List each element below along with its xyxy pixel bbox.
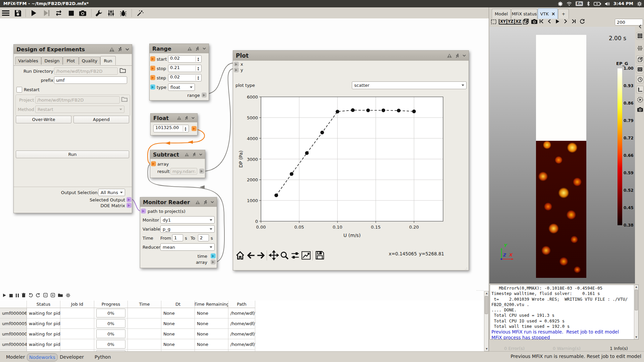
tab-model[interactable]: Model bbox=[492, 9, 511, 19]
tab-design[interactable]: Design bbox=[41, 57, 63, 65]
view-yz-icon[interactable]: YZ bbox=[506, 19, 514, 24]
camera-icon[interactable] bbox=[78, 9, 87, 17]
node-float[interactable]: Float 101325.00▲▼ bbox=[150, 113, 198, 135]
scroll-down-icon[interactable]: ▼ bbox=[634, 335, 638, 339]
job-row[interactable]: umf000006waiting for pid0%NoneNone/home/… bbox=[0, 308, 255, 318]
job-pause-icon[interactable] bbox=[16, 293, 19, 298]
snapshot-camera-icon[interactable] bbox=[531, 19, 537, 24]
node-header[interactable]: Monitor Reader bbox=[140, 197, 217, 207]
float-output-terminal[interactable] bbox=[192, 126, 197, 131]
job-stop-icon[interactable] bbox=[9, 293, 13, 298]
axes-icon[interactable] bbox=[636, 86, 644, 93]
y-input-terminal[interactable] bbox=[234, 67, 239, 72]
column-header[interactable]: Job Id bbox=[60, 301, 94, 308]
keyboard-layout-indicator[interactable]: En bbox=[576, 1, 583, 6]
time-to-field[interactable] bbox=[198, 234, 209, 241]
node-header[interactable]: Range bbox=[150, 44, 209, 53]
workspace-icon[interactable] bbox=[558, 1, 563, 6]
console-scrollbar[interactable]: ▲ ▼ bbox=[634, 285, 638, 339]
stop-icon[interactable] bbox=[67, 9, 75, 17]
start-terminal[interactable] bbox=[150, 56, 155, 61]
variable-dropdown[interactable]: p_g bbox=[160, 225, 215, 233]
grid-table-icon[interactable] bbox=[636, 32, 644, 40]
sliders-icon[interactable] bbox=[107, 9, 115, 17]
collapse-chevron-icon[interactable] bbox=[463, 55, 466, 57]
run-node-icon[interactable] bbox=[195, 46, 200, 51]
magic-wand-icon[interactable] bbox=[136, 9, 144, 17]
collapse-chevron-icon[interactable] bbox=[125, 48, 129, 51]
close-tab-icon[interactable]: × bbox=[551, 11, 555, 16]
type-terminal[interactable] bbox=[150, 84, 155, 89]
scroll-down-icon[interactable]: ▼ bbox=[485, 347, 489, 351]
column-header[interactable]: Status bbox=[27, 301, 60, 308]
jobs-scrollbar[interactable]: ▲ ▼ bbox=[484, 291, 489, 351]
collapse-chevron-icon[interactable] bbox=[211, 201, 214, 203]
run-directory-field[interactable] bbox=[54, 67, 118, 75]
save-icon[interactable] bbox=[13, 9, 22, 17]
job-delete-icon[interactable] bbox=[22, 293, 25, 298]
loop-icon[interactable] bbox=[54, 9, 63, 17]
selected-output-terminal[interactable] bbox=[126, 197, 131, 202]
job-row[interactable]: umf000004waiting for pid0%NoneNone/home/… bbox=[0, 339, 255, 350]
array-input-terminal[interactable] bbox=[151, 161, 156, 166]
scroll-up-icon[interactable]: ▲ bbox=[485, 291, 489, 295]
tab-variables[interactable]: Variables bbox=[15, 57, 41, 65]
node-subtract[interactable]: Subtract array result bbox=[150, 150, 205, 178]
mpl-axes-edit-icon[interactable] bbox=[302, 251, 311, 261]
perspective-icon[interactable] bbox=[523, 19, 529, 25]
time-from-field[interactable] bbox=[172, 234, 183, 241]
spinner[interactable]: ▲▼ bbox=[196, 75, 201, 80]
node-header[interactable]: Design of Experiments bbox=[14, 45, 132, 54]
tab-quality[interactable]: Quality bbox=[79, 57, 100, 65]
next-frame-icon[interactable] bbox=[564, 19, 567, 23]
scrollbar-thumb[interactable] bbox=[485, 296, 488, 314]
stop-terminal[interactable] bbox=[150, 66, 155, 71]
mode-tab-modeler[interactable]: Modeler bbox=[4, 353, 27, 361]
float-value-field[interactable]: 101325.00▲▼ bbox=[153, 125, 189, 132]
column-header[interactable]: Progress bbox=[94, 301, 128, 308]
mpl-pan-icon[interactable] bbox=[269, 251, 278, 261]
mpl-subplots-icon[interactable] bbox=[291, 251, 300, 261]
mpl-back-icon[interactable] bbox=[247, 252, 255, 260]
tab-run[interactable]: Run bbox=[100, 56, 116, 65]
monitor-dropdown[interactable]: dy1 bbox=[160, 216, 215, 224]
refresh-icon[interactable] bbox=[580, 19, 585, 24]
wifi-icon[interactable] bbox=[567, 2, 572, 6]
scrollbar-thumb[interactable] bbox=[635, 290, 638, 310]
last-frame-icon[interactable] bbox=[572, 19, 576, 23]
reducer-dropdown[interactable]: mean bbox=[160, 243, 215, 251]
run-button[interactable]: Run bbox=[16, 150, 129, 158]
collapse-chevron-icon[interactable] bbox=[192, 117, 195, 119]
column-header[interactable]: Dt bbox=[161, 301, 195, 308]
job-expand-icon[interactable] bbox=[51, 293, 55, 298]
run-node-icon[interactable] bbox=[184, 116, 189, 120]
run-icon[interactable] bbox=[30, 9, 38, 17]
range-output-terminal[interactable] bbox=[202, 93, 207, 98]
scroll-up-icon[interactable]: ▲ bbox=[634, 285, 638, 289]
result-output-terminal[interactable] bbox=[199, 169, 204, 174]
mpl-home-icon[interactable] bbox=[236, 251, 245, 261]
console-log[interactable]: MbError%(0,MMAX): -0.1018E-03 -0.4594E-0… bbox=[490, 285, 639, 340]
step-field[interactable]: 0.02▲▼ bbox=[168, 74, 202, 81]
node-header[interactable]: Subtract bbox=[150, 150, 205, 159]
tab-mfix-status[interactable]: MFiX status bbox=[511, 9, 537, 19]
bug-icon[interactable] bbox=[119, 9, 127, 17]
spinner[interactable]: ▲▼ bbox=[183, 126, 188, 131]
record-camera-icon[interactable] bbox=[636, 106, 644, 113]
column-header[interactable]: Path bbox=[228, 301, 255, 308]
stop-field[interactable]: 0.21▲▼ bbox=[168, 65, 202, 72]
mpl-zoom-icon[interactable] bbox=[280, 251, 289, 261]
run-node-icon[interactable] bbox=[118, 47, 122, 52]
bluetooth-icon[interactable] bbox=[587, 1, 590, 6]
new-tab-button[interactable]: + bbox=[558, 9, 569, 19]
scalar-bar-icon[interactable] bbox=[636, 66, 644, 73]
job-row[interactable]: umf000005waiting for pid0%NoneNone/home/… bbox=[0, 318, 255, 329]
append-button[interactable]: Append bbox=[73, 116, 129, 123]
step-icon[interactable] bbox=[42, 9, 51, 17]
column-header[interactable]: Time bbox=[128, 301, 161, 308]
job-row[interactable]: umf000000waiting for pid0%NoneNone/home/… bbox=[0, 329, 255, 339]
battery-icon[interactable] bbox=[594, 2, 601, 6]
run-node-icon[interactable] bbox=[455, 53, 460, 58]
node-design-of-experiments[interactable]: Design of Experiments Variables Design P… bbox=[13, 44, 132, 213]
mode-tab-python[interactable]: Python bbox=[93, 353, 113, 361]
